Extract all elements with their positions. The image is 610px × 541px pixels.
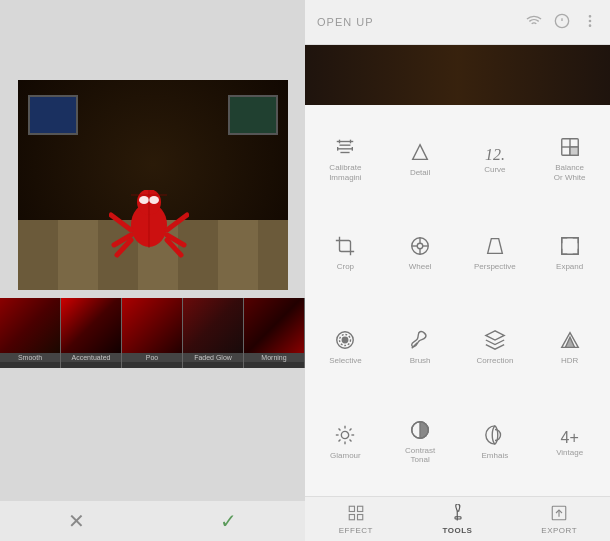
wifi-icon <box>526 13 542 32</box>
tool-vintage[interactable]: 4+ Vintage <box>533 396 606 488</box>
thumb-label-accentuated: Accentuated <box>61 353 121 362</box>
tool-correction[interactable]: Correction <box>459 302 532 394</box>
svg-rect-57 <box>357 514 362 519</box>
right-header: OPEN UP <box>305 0 610 45</box>
nav-effect[interactable]: EFFECT <box>305 504 407 535</box>
svg-line-4 <box>111 215 131 230</box>
curve-icon: 12. <box>485 143 505 163</box>
right-panel: OPEN UP <box>305 0 610 541</box>
thumbnail-accentuated[interactable]: Accentuated <box>61 298 122 368</box>
tool-glamour[interactable]: Glamour <box>309 396 382 488</box>
thumbnail-morning[interactable]: Morning <box>244 298 305 368</box>
emhais-label: Emhais <box>482 451 509 461</box>
menu-icon[interactable] <box>582 13 598 32</box>
tools-grid: CalibrateImmagini Detail 12. Curve <box>305 105 610 496</box>
tool-expand[interactable]: Expand <box>533 207 606 299</box>
bottom-bar: ✕ ✓ <box>0 501 305 541</box>
svg-point-16 <box>589 15 590 16</box>
perspective-icon <box>484 235 506 260</box>
svg-line-7 <box>167 215 187 230</box>
hdr-icon <box>559 329 581 354</box>
svg-point-43 <box>342 431 349 438</box>
nav-tools[interactable]: TOOLS <box>407 504 509 535</box>
tools-icon <box>449 504 467 525</box>
main-image <box>18 80 288 290</box>
export-icon <box>550 504 568 525</box>
crop-label: Crop <box>337 262 354 272</box>
detail-label: Detail <box>410 168 430 178</box>
svg-line-50 <box>350 428 352 430</box>
tool-calibrate[interactable]: CalibrateImmagini <box>309 113 382 205</box>
svg-rect-31 <box>570 147 578 155</box>
tool-brush[interactable]: Brush <box>384 302 457 394</box>
detail-icon <box>409 141 431 166</box>
header-icons <box>526 13 598 32</box>
info-icon <box>554 13 570 32</box>
wall-picture-right <box>228 95 278 135</box>
svg-point-18 <box>589 25 590 26</box>
tool-wheel[interactable]: Wheel <box>384 207 457 299</box>
svg-rect-54 <box>349 506 354 511</box>
wheel-label: Wheel <box>409 262 432 272</box>
cancel-button[interactable]: ✕ <box>56 501 96 541</box>
crop-icon <box>334 235 356 260</box>
svg-rect-56 <box>349 514 354 519</box>
nav-export[interactable]: EXPORT <box>508 504 610 535</box>
calibrate-label: CalibrateImmagini <box>329 163 361 182</box>
tool-perspective[interactable]: Perspective <box>459 207 532 299</box>
svg-point-40 <box>343 338 349 344</box>
hdr-label: HDR <box>561 356 578 366</box>
svg-point-2 <box>139 196 149 204</box>
preview-image <box>305 45 610 105</box>
svg-line-51 <box>339 439 341 441</box>
tool-balance[interactable]: BalanceOr White <box>533 113 606 205</box>
perspective-label: Perspective <box>474 262 516 272</box>
thumbnail-poo[interactable]: Poo <box>122 298 183 368</box>
thumbnail-strip: Smooth Accentuated Poo Faded Glow Mornin… <box>0 298 305 368</box>
tool-crop[interactable]: Crop <box>309 207 382 299</box>
vintage-icon: 4+ <box>561 426 579 446</box>
spiderman-figure <box>109 190 189 260</box>
brush-label: Brush <box>410 356 431 366</box>
balance-label: BalanceOr White <box>554 163 586 182</box>
thumb-label-faded: Faded Glow <box>183 353 243 362</box>
thumbnail-faded-glow[interactable]: Faded Glow <box>183 298 244 368</box>
svg-rect-55 <box>357 506 362 511</box>
header-title: OPEN UP <box>317 16 374 28</box>
svg-rect-58 <box>455 516 461 518</box>
selective-icon <box>334 329 356 354</box>
effect-icon <box>347 504 365 525</box>
thumbnail-smooth[interactable]: Smooth <box>0 298 61 368</box>
glamour-icon <box>334 424 356 449</box>
svg-line-48 <box>339 428 341 430</box>
svg-point-17 <box>589 20 590 21</box>
correction-icon <box>484 329 506 354</box>
vintage-label: Vintage <box>556 448 583 458</box>
preview-strip <box>305 45 610 105</box>
correction-label: Correction <box>476 356 513 366</box>
contrasttonal-label: ContrastTonal <box>405 446 435 465</box>
effect-label: EFFECT <box>339 526 373 535</box>
export-label: EXPORT <box>541 526 577 535</box>
confirm-button[interactable]: ✓ <box>209 501 249 541</box>
contrasttonal-icon <box>409 419 431 444</box>
calibrate-icon <box>334 136 356 161</box>
selective-label: Selective <box>329 356 361 366</box>
tool-selective[interactable]: Selective <box>309 302 382 394</box>
expand-label: Expand <box>556 262 583 272</box>
tool-contrasttonal[interactable]: ContrastTonal <box>384 396 457 488</box>
emhais-icon <box>484 424 506 449</box>
expand-icon <box>559 235 581 260</box>
brush-icon <box>409 329 431 354</box>
svg-line-49 <box>350 439 352 441</box>
thumb-label-smooth: Smooth <box>0 353 60 362</box>
bottom-nav: EFFECT TOOLS EXPORT <box>305 496 610 541</box>
tool-curve[interactable]: 12. Curve <box>459 113 532 205</box>
tool-hdr[interactable]: HDR <box>533 302 606 394</box>
balance-icon <box>559 136 581 161</box>
tool-emhais[interactable]: Emhais <box>459 396 532 488</box>
left-panel: Smooth Accentuated Poo Faded Glow Mornin… <box>0 0 305 541</box>
tool-detail[interactable]: Detail <box>384 113 457 205</box>
svg-marker-27 <box>413 144 428 159</box>
wall-picture-left <box>28 95 78 135</box>
